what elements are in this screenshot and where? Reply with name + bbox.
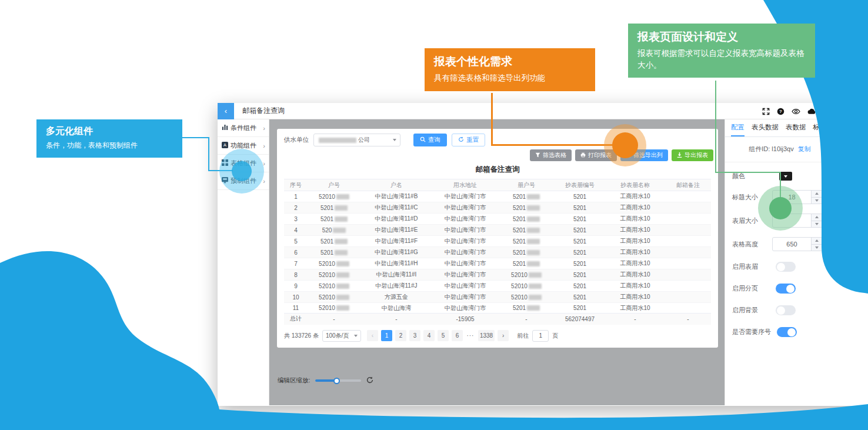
page-button-2[interactable]: 2 [395,330,406,341]
table-cell: 中碧山海湾门市 [432,269,498,281]
fullscreen-icon[interactable] [762,108,770,115]
table-cell: 52010 [498,292,555,303]
redacted-text [335,216,348,222]
spinner-up-button[interactable] [812,238,822,245]
redacted-text [335,239,348,244]
table-cell: 中碧山海湾门市 [432,303,498,314]
report-title: 邮箱备注查询 [277,162,718,179]
config-tabs: 配置表头数据表数据标题 [725,119,868,137]
toggle-knob [787,328,796,336]
config-tab-1[interactable]: 表头数据 [752,119,779,136]
toggle-switch[interactable] [776,284,796,294]
table-cell [665,303,711,314]
redacted-text [336,284,349,289]
cloud-icon[interactable] [807,108,816,115]
report-toolbar: 筛选表格打印报表筛选导出列导出报表 [277,148,718,162]
toolbar-button-0[interactable]: 筛选表格 [530,149,572,161]
page-button-3[interactable]: 3 [409,330,420,341]
table-row: 752010中碧山海湾11#H中碧山海湾门市52015201工商用水10 [284,258,711,269]
table-cell: 中碧山海湾11#F [360,236,432,247]
column-header: 户名 [360,179,432,191]
table-cell: 5201 [555,247,605,258]
highlight-dot-green [769,197,792,219]
table-cell: 中碧山海湾11#H [360,258,432,269]
number-input[interactable]: 650 [772,237,823,251]
page-button-1[interactable]: 1 [381,330,392,341]
next-page-button[interactable]: › [498,330,509,341]
redacted-text [527,205,540,211]
callout-desc: 条件，功能，表格和预制组件 [46,141,173,151]
page-button-6[interactable]: 6 [452,330,463,341]
callout-connector-orange [491,93,493,146]
table-cell: 8 [284,269,308,281]
toggle-label: 启用背景 [732,306,770,315]
redacted-text [527,216,540,222]
config-panel: 配置表头数据表数据标题 组件ID: l10ij3qv 复制 颜色 标题大小18表… [725,119,868,405]
column-header: 序号 [284,179,308,191]
page-ellipsis[interactable]: ··· [466,332,475,339]
table-cell [665,247,711,258]
goto-page-input[interactable] [532,330,549,342]
table-cell [665,191,711,202]
spinner-up-button[interactable] [812,191,822,198]
canvas-zoom-bar: 编辑区缩放: [278,376,373,385]
summary-cell: - [605,314,665,325]
page-button-5[interactable]: 5 [438,330,449,341]
water-company-select[interactable]: 公司 [313,134,400,146]
table-cell: 中碧山海湾门市 [432,191,498,202]
search-icon [420,136,426,144]
redacted-text [527,228,540,233]
filter-icon [535,152,540,159]
toggle-switch[interactable] [776,305,796,315]
table-cell: 2 [284,202,308,214]
help-icon[interactable]: ? [777,108,784,115]
prev-page-button[interactable]: ‹ [367,330,378,341]
page-size-select[interactable]: 100条/页 [322,330,361,342]
zoom-slider-handle[interactable] [333,378,340,384]
config-toggle-row-3: 是否需要序号 [725,321,868,343]
sidebar-item-0[interactable]: 条件组件› [218,119,269,137]
highlight-dot-blue [232,161,252,181]
reset-button[interactable]: 重置 [452,134,485,146]
config-tab-2[interactable]: 表数据 [786,119,806,136]
config-tab-0[interactable]: 配置 [731,119,745,136]
page-button-1338[interactable]: 1338 [478,330,495,341]
table-cell: 5201 [555,236,605,247]
search-button[interactable]: 查询 [413,134,447,146]
component-id: 组件ID: l10ij3qv [749,145,793,152]
table-row: 152010中碧山海湾11#B中碧山海湾门市52015201工商用水10 [284,191,711,202]
toggle-switch[interactable] [776,262,796,272]
table-cell: 中碧山海湾11#J [360,281,432,292]
toggle-switch[interactable] [777,327,797,337]
redacted-text [336,272,349,278]
spinner-up-button[interactable] [812,214,822,221]
search-button-label: 查询 [428,136,440,144]
zoom-slider[interactable] [315,379,361,382]
eye-icon[interactable] [792,108,800,115]
config-tab-3[interactable]: 标题 [813,119,827,136]
table-cell: 3 [284,214,308,225]
toolbar-button-3[interactable]: 导出报表 [672,149,713,161]
back-button[interactable]: ‹ [218,103,234,119]
table-cell: 6 [284,247,308,258]
table-cell: 中碧山海湾门市 [432,202,498,214]
redacted-text [336,194,349,199]
callout-connector-green [715,172,781,173]
zoom-reset-icon[interactable] [366,376,373,385]
spinner-down-button[interactable] [812,221,822,228]
table-row: 4520中碧山海湾11#E中碧山海湾门市52015201工商用水10 [284,225,711,236]
summary-cell: 总计 [284,314,308,325]
callout-connector-green [715,81,716,173]
page-button-4[interactable]: 4 [423,330,435,341]
copy-link[interactable]: 复制 [798,145,811,152]
window-title: 邮箱备注查询 [242,106,285,116]
spinner-down-button[interactable] [812,198,822,204]
table-cell: 5201 [498,258,555,269]
table-cell: 工商用水10 [605,303,665,314]
color-swatch[interactable] [779,172,792,181]
redacted-text [529,272,542,278]
table-cell [665,236,711,247]
page-size-value: 100条/页 [326,332,349,340]
redacted-text [527,305,540,311]
spinner-down-button[interactable] [812,245,822,251]
